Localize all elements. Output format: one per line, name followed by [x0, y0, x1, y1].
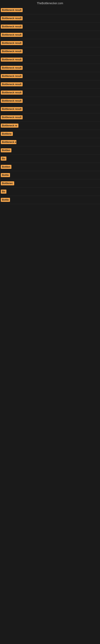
bottleneck-badge[interactable]: Bottleneck result [1, 58, 23, 62]
bottleneck-badge[interactable]: Bottlen [1, 165, 11, 169]
result-row: Bottleneck result [0, 56, 100, 64]
bottleneck-badge[interactable]: Bo [1, 190, 6, 194]
bottleneck-badge[interactable]: Bottlene [1, 132, 13, 136]
result-row: Bottleneck result [0, 88, 100, 97]
results-list: Bottleneck resultBottleneck resultBottle… [0, 6, 100, 204]
bottleneck-badge[interactable]: Bo [1, 156, 6, 160]
result-row: Bottleneck result [0, 14, 100, 22]
result-row: Bottle [0, 196, 100, 204]
bottleneck-badge[interactable]: Bottleneck result [1, 90, 23, 94]
bottleneck-badge[interactable]: Bottlenec [1, 181, 14, 185]
bottleneck-badge[interactable]: Bottleneck result [1, 41, 23, 45]
result-row: Bottleneck result [0, 80, 100, 88]
result-row: Bottleneck result [0, 105, 100, 113]
result-row: Bottleneck result [0, 31, 100, 39]
bottleneck-badge[interactable]: Bottleneck result [1, 8, 23, 12]
bottleneck-badge[interactable]: Bottleneck result [1, 82, 23, 86]
site-title: TheBottlenecker.com [0, 0, 100, 6]
result-row: Bottleneck result [0, 39, 100, 47]
result-row: Bottleneck result [0, 97, 100, 105]
bottleneck-badge[interactable]: Bottlen [1, 148, 11, 152]
bottleneck-badge[interactable]: Bottleneck e [1, 140, 16, 144]
bottleneck-badge[interactable]: Bottle [1, 198, 10, 202]
result-row: Bottlen [0, 146, 100, 154]
site-header: TheBottlenecker.com [0, 0, 100, 6]
bottleneck-badge[interactable]: Bottleneck result [1, 99, 23, 103]
result-row: Bottleneck e [0, 138, 100, 146]
bottleneck-badge[interactable]: Bottleneck result [1, 33, 23, 37]
result-row: Bottleneck result [0, 22, 100, 31]
bottleneck-badge[interactable]: Bottleneck result [1, 74, 23, 78]
result-row: Bottlenec [0, 179, 100, 188]
bottleneck-badge[interactable]: Bottleneck result [1, 16, 23, 20]
result-row: Bottle [0, 171, 100, 179]
result-row: Bo [0, 154, 100, 163]
bottleneck-badge[interactable]: Bottleneck result [1, 49, 23, 53]
result-row: Bottleneck re [0, 122, 100, 130]
result-row: Bo [0, 188, 100, 196]
result-row: Bottleneck result [0, 72, 100, 80]
result-row: Bottlene [0, 130, 100, 138]
result-row: Bottleneck result [0, 113, 100, 122]
bottleneck-badge[interactable]: Bottleneck result [1, 107, 23, 111]
result-row: Bottlen [0, 163, 100, 171]
bottleneck-badge[interactable]: Bottleneck re [1, 124, 18, 128]
result-row: Bottleneck result [0, 6, 100, 14]
bottleneck-badge[interactable]: Bottleneck result [1, 24, 23, 28]
result-row: Bottleneck result [0, 47, 100, 56]
bottleneck-badge[interactable]: Bottleneck result [1, 66, 23, 70]
bottleneck-badge[interactable]: Bottle [1, 173, 10, 177]
result-row: Bottleneck result [0, 64, 100, 72]
bottleneck-badge[interactable]: Bottleneck result [1, 115, 23, 119]
